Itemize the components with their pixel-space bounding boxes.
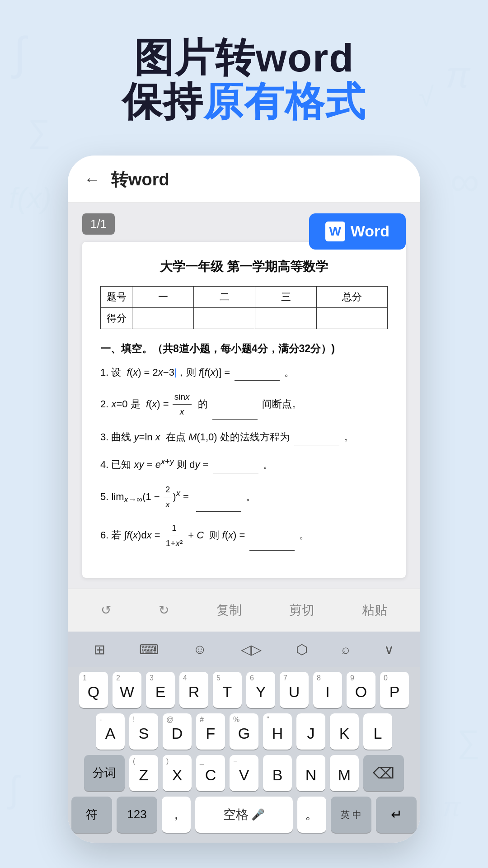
back-button[interactable]: ← — [84, 170, 100, 189]
table-cell — [194, 307, 255, 329]
keyboard-tools-row: ⊞ ⌨ ☺ ◁▷ ⬡ ⌕ ∨ — [68, 632, 420, 667]
app-title: 转word — [111, 168, 169, 191]
key-s[interactable]: !S — [129, 713, 158, 750]
paste-button[interactable]: 粘贴 — [355, 599, 394, 622]
table-cell: 得分 — [101, 307, 132, 329]
mic-icon: 🎤 — [251, 808, 265, 821]
num-key[interactable]: 123 — [117, 797, 157, 833]
question-6: 6. 若 ∫f(x)dx = 11+x² + C 则 f(x) = 。 — [100, 521, 388, 551]
word-button-label: Word — [351, 222, 389, 240]
key-n[interactable]: N — [296, 755, 325, 791]
redo-button[interactable]: ↻ — [151, 600, 176, 620]
word-export-button[interactable]: W Word — [309, 213, 406, 250]
question-1: 1. 设 f(x) = 2x−3，则 f[f(x)] = 。 — [100, 364, 388, 381]
page-badge: 1/1 — [82, 213, 115, 235]
table-cell — [317, 307, 388, 329]
phone-mockup: ← 转word 1/1 W Word 大学一年级 第一学期高等数学 题号 一 — [68, 156, 420, 843]
cursor-icon[interactable]: ◁▷ — [234, 638, 269, 661]
score-table: 题号 一 二 三 总分 得分 — [100, 286, 388, 329]
keyboard-bottom-row: 符 123 ， 空格 🎤 。 英 中 ↵ — [71, 797, 417, 833]
key-m[interactable]: M — [330, 755, 359, 791]
key-x[interactable]: )X — [163, 755, 192, 791]
collapse-icon[interactable]: ∨ — [377, 638, 401, 661]
key-c[interactable]: _C — [196, 755, 225, 791]
comma-key[interactable]: ， — [162, 797, 191, 833]
keyboard-rows: 1Q 2W 3E 4R 5T 6Y 7U 8I 9O 0P -A !S @D #… — [68, 667, 420, 843]
key-v[interactable]: −V — [230, 755, 258, 791]
key-u[interactable]: 7U — [280, 672, 309, 708]
document-area: 1/1 W Word 大学一年级 第一学期高等数学 题号 一 二 三 总分 — [68, 203, 420, 589]
key-a[interactable]: -A — [96, 713, 125, 750]
table-cell: 一 — [132, 286, 194, 307]
fu-key[interactable]: 符 — [71, 797, 112, 833]
table-cell: 二 — [194, 286, 255, 307]
key-p[interactable]: 0P — [380, 672, 409, 708]
edit-toolbar: ↺ ↻ 复制 剪切 粘贴 — [68, 589, 420, 632]
key-t[interactable]: 5T — [213, 672, 242, 708]
key-d[interactable]: @D — [163, 713, 192, 750]
keyboard-icon[interactable]: ⌨ — [132, 638, 166, 661]
cut-button[interactable]: 剪切 — [282, 599, 322, 622]
question-4: 4. 已知 xy = ex+y 则 dy = 。 — [100, 454, 388, 473]
key-k[interactable]: K — [330, 713, 359, 750]
question-5: 5. limx→∞(1 − 2x)x = 。 — [100, 482, 388, 512]
search-icon[interactable]: ⌕ — [334, 638, 357, 660]
table-cell: 三 — [255, 286, 317, 307]
undo-button[interactable]: ↺ — [94, 600, 118, 620]
link-icon[interactable]: ⬡ — [289, 638, 315, 661]
period-key[interactable]: 。 — [297, 797, 326, 833]
key-r[interactable]: 4R — [179, 672, 208, 708]
delete-key[interactable]: ⌫ — [363, 755, 404, 791]
table-score-row: 得分 — [101, 307, 388, 329]
table-cell: 题号 — [101, 286, 132, 307]
section-title: 一、填空。（共8道小题，每小题4分，满分32分）) — [100, 342, 388, 356]
key-l[interactable]: L — [363, 713, 392, 750]
key-w[interactable]: 2W — [113, 672, 141, 708]
document-page: 大学一年级 第一学期高等数学 题号 一 二 三 总分 得分 — [82, 242, 406, 578]
keyboard-row-1: 1Q 2W 3E 4R 5T 6Y 7U 8I 9O 0P — [71, 672, 417, 708]
question-3: 3. 曲线 y=ln x 在点 M(1,0) 处的法线方程为 。 — [100, 429, 388, 445]
table-header-row: 题号 一 二 三 总分 — [101, 286, 388, 307]
table-cell: 总分 — [317, 286, 388, 307]
space-label: 空格 — [223, 806, 249, 823]
key-h[interactable]: "H — [263, 713, 292, 750]
key-b[interactable]: B — [263, 755, 292, 791]
table-cell — [132, 307, 194, 329]
word-icon: W — [325, 222, 345, 241]
lang-switch-key[interactable]: 英 中 — [331, 797, 371, 833]
key-g[interactable]: %G — [230, 713, 258, 750]
header-section: 图片转word 保持原有格式 — [0, 0, 488, 142]
header-prefix: 保持 — [122, 79, 203, 124]
space-key[interactable]: 空格 🎤 — [195, 797, 293, 833]
header-blue: 原有格式 — [203, 79, 366, 124]
copy-button[interactable]: 复制 — [209, 599, 249, 622]
question-2: 2. x=0 是 f(x) = sinxx 的 间断点。 — [100, 390, 388, 420]
doc-title: 大学一年级 第一学期高等数学 — [100, 258, 388, 275]
key-o[interactable]: 9O — [347, 672, 375, 708]
key-j[interactable]: J — [296, 713, 325, 750]
header-line2: 保持原有格式 — [0, 80, 488, 124]
phone-container: ← 转word 1/1 W Word 大学一年级 第一学期高等数学 题号 一 — [0, 156, 488, 843]
header-line1: 图片转word — [0, 36, 488, 80]
keyboard-row-3: 分词 (Z )X _C −V B N M ⌫ — [71, 755, 417, 791]
enter-key[interactable]: ↵ — [376, 797, 417, 833]
grid-icon[interactable]: ⊞ — [87, 638, 113, 661]
emoji-icon[interactable]: ☺ — [186, 638, 214, 660]
key-y[interactable]: 6Y — [246, 672, 275, 708]
key-z[interactable]: (Z — [129, 755, 158, 791]
app-header: ← 转word — [68, 156, 420, 203]
keyboard-row-2: -A !S @D #F %G "H J K L — [71, 713, 417, 750]
table-cell — [255, 307, 317, 329]
key-q[interactable]: 1Q — [79, 672, 108, 708]
key-i[interactable]: 8I — [313, 672, 342, 708]
word-w-icon: W — [329, 224, 341, 239]
key-e[interactable]: 3E — [146, 672, 175, 708]
key-f[interactable]: #F — [196, 713, 225, 750]
fenci-key[interactable]: 分词 — [84, 755, 125, 791]
